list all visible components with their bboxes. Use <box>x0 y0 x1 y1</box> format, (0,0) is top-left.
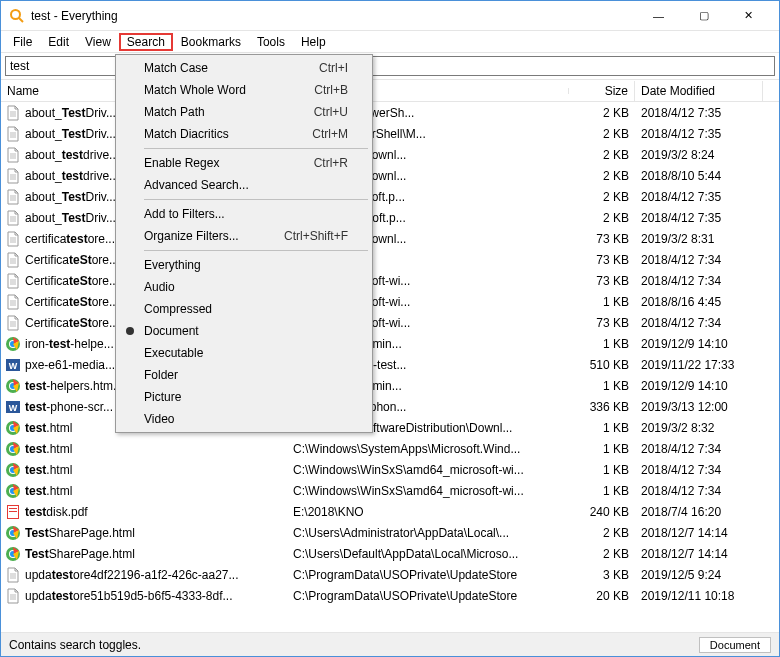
menu-help[interactable]: Help <box>293 33 334 51</box>
file-date-cell: 2018/4/12 7:35 <box>635 127 763 141</box>
chrome-icon <box>5 420 21 436</box>
file-date-cell: 2019/12/9 14:10 <box>635 379 763 393</box>
menubar: FileEditViewSearchBookmarksToolsHelp <box>1 31 779 53</box>
menu-item-organize-filters[interactable]: Organize Filters...Ctrl+Shift+F <box>118 225 370 247</box>
file-name: iron-test-helpe... <box>25 337 114 351</box>
file-path-cell: C:\Windows\WinSxS\amd64_microsoft-wi... <box>289 484 569 498</box>
txt-icon <box>5 105 21 121</box>
txt-icon <box>5 210 21 226</box>
file-size-cell: 3 KB <box>569 568 635 582</box>
menu-item-match-case[interactable]: Match CaseCtrl+I <box>118 57 370 79</box>
menu-item-enable-regex[interactable]: Enable RegexCtrl+R <box>118 152 370 174</box>
statusbar: Contains search toggles. Document <box>1 632 779 656</box>
filter-indicator[interactable]: Document <box>699 637 771 653</box>
txt-icon <box>5 567 21 583</box>
file-path-cell: C:\ProgramData\USOPrivate\UpdateStore <box>289 568 569 582</box>
table-row[interactable]: testdisk.pdfE:\2018\KNO240 KB2018/7/4 16… <box>1 501 779 522</box>
menu-item-label: Picture <box>144 390 181 404</box>
menu-search[interactable]: Search <box>119 33 173 51</box>
file-name: about_TestDriv... <box>25 127 116 141</box>
header-size[interactable]: Size <box>569 81 635 101</box>
menu-bookmarks[interactable]: Bookmarks <box>173 33 249 51</box>
file-size-cell: 1 KB <box>569 421 635 435</box>
file-name: test.html <box>25 463 72 477</box>
file-date-cell: 2019/3/2 8:32 <box>635 421 763 435</box>
svg-text:W: W <box>9 403 18 413</box>
menu-tools[interactable]: Tools <box>249 33 293 51</box>
file-size-cell: 2 KB <box>569 106 635 120</box>
file-size-cell: 2 KB <box>569 148 635 162</box>
file-name: updatestore4df22196-a1f2-426c-aa27... <box>25 568 239 582</box>
menu-item-label: Folder <box>144 368 178 382</box>
file-date-cell: 2019/3/2 8:31 <box>635 232 763 246</box>
file-name: test.html <box>25 421 72 435</box>
menu-item-match-diacritics[interactable]: Match DiacriticsCtrl+M <box>118 123 370 145</box>
word-icon: W <box>5 357 21 373</box>
maximize-button[interactable]: ▢ <box>681 1 726 31</box>
menu-separator <box>144 250 368 251</box>
file-date-cell: 2018/4/12 7:35 <box>635 190 763 204</box>
file-path-cell: C:\Windows\WinSxS\amd64_microsoft-wi... <box>289 463 569 477</box>
file-date-cell: 2018/4/12 7:34 <box>635 253 763 267</box>
table-row[interactable]: TestSharePage.htmlC:\Users\Administrator… <box>1 522 779 543</box>
menu-item-label: Enable Regex <box>144 156 219 170</box>
menu-item-label: Document <box>144 324 199 338</box>
chrome-icon <box>5 525 21 541</box>
file-size-cell: 2 KB <box>569 547 635 561</box>
file-size-cell: 510 KB <box>569 358 635 372</box>
table-row[interactable]: test.htmlC:\Windows\SystemApps\Microsoft… <box>1 438 779 459</box>
file-size-cell: 73 KB <box>569 274 635 288</box>
txt-icon <box>5 168 21 184</box>
file-name-cell: test.html <box>1 483 289 499</box>
close-button[interactable]: ✕ <box>726 1 771 31</box>
chrome-icon <box>5 378 21 394</box>
menu-item-folder[interactable]: Folder <box>118 364 370 386</box>
menu-item-audio[interactable]: Audio <box>118 276 370 298</box>
file-size-cell: 2 KB <box>569 190 635 204</box>
file-size-cell: 73 KB <box>569 232 635 246</box>
menu-file[interactable]: File <box>5 33 40 51</box>
menu-item-document[interactable]: Document <box>118 320 370 342</box>
file-size-cell: 1 KB <box>569 484 635 498</box>
minimize-button[interactable]: — <box>636 1 681 31</box>
table-row[interactable]: updatestore51b519d5-b6f5-4333-8df...C:\P… <box>1 585 779 606</box>
menu-item-video[interactable]: Video <box>118 408 370 430</box>
menu-item-add-to-filters[interactable]: Add to Filters... <box>118 203 370 225</box>
file-name: about_TestDriv... <box>25 106 116 120</box>
file-size-cell: 2 KB <box>569 127 635 141</box>
file-date-cell: 2018/4/12 7:34 <box>635 316 763 330</box>
file-size-cell: 2 KB <box>569 526 635 540</box>
file-size-cell: 2 KB <box>569 169 635 183</box>
file-date-cell: 2019/3/13 12:00 <box>635 400 763 414</box>
txt-icon <box>5 588 21 604</box>
svg-line-1 <box>19 18 23 22</box>
file-name: CertificateStore... <box>25 295 119 309</box>
txt-icon <box>5 315 21 331</box>
table-row[interactable]: test.htmlC:\Windows\WinSxS\amd64_microso… <box>1 459 779 480</box>
table-row[interactable]: TestSharePage.htmlC:\Users\Default\AppDa… <box>1 543 779 564</box>
chrome-icon <box>5 441 21 457</box>
menu-item-picture[interactable]: Picture <box>118 386 370 408</box>
chrome-icon <box>5 483 21 499</box>
menu-item-label: Executable <box>144 346 203 360</box>
menu-item-advanced-search[interactable]: Advanced Search... <box>118 174 370 196</box>
menu-item-match-whole-word[interactable]: Match Whole WordCtrl+B <box>118 79 370 101</box>
file-date-cell: 2018/7/4 16:20 <box>635 505 763 519</box>
menu-item-everything[interactable]: Everything <box>118 254 370 276</box>
menu-item-executable[interactable]: Executable <box>118 342 370 364</box>
txt-icon <box>5 147 21 163</box>
file-name-cell: TestSharePage.html <box>1 546 289 562</box>
file-name: test-phone-scr... <box>25 400 113 414</box>
menu-item-compressed[interactable]: Compressed <box>118 298 370 320</box>
table-row[interactable]: test.htmlC:\Windows\WinSxS\amd64_microso… <box>1 480 779 501</box>
menu-item-label: Everything <box>144 258 201 272</box>
menu-item-match-path[interactable]: Match PathCtrl+U <box>118 101 370 123</box>
header-date[interactable]: Date Modified <box>635 81 763 101</box>
file-size-cell: 73 KB <box>569 316 635 330</box>
table-row[interactable]: updatestore4df22196-a1f2-426c-aa27...C:\… <box>1 564 779 585</box>
menu-item-label: Audio <box>144 280 175 294</box>
menu-edit[interactable]: Edit <box>40 33 77 51</box>
file-name: TestSharePage.html <box>25 547 135 561</box>
menu-item-label: Match Diacritics <box>144 127 229 141</box>
menu-view[interactable]: View <box>77 33 119 51</box>
